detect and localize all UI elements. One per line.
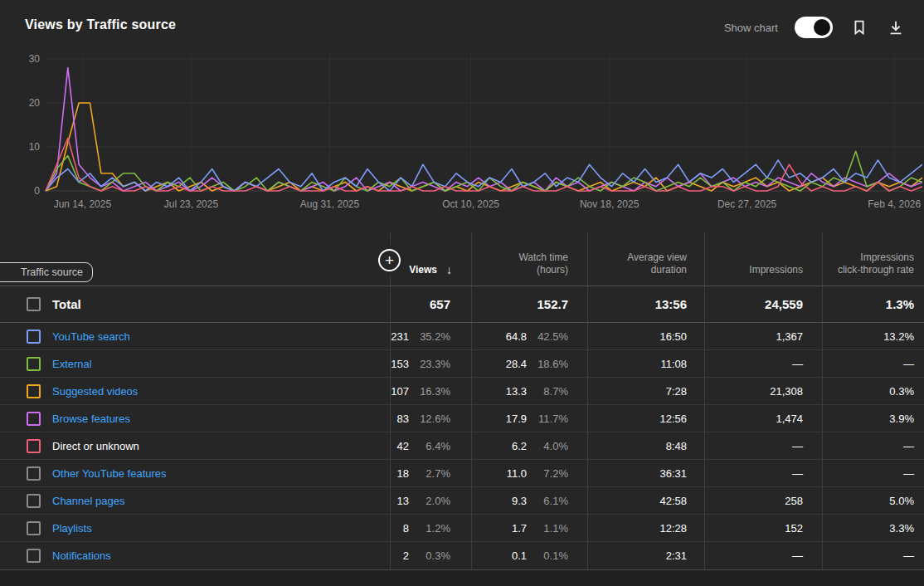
- row-checkbox[interactable]: [27, 549, 41, 563]
- traffic-source-link[interactable]: Channel pages: [52, 495, 124, 507]
- traffic-source-link[interactable]: Playlists: [52, 522, 92, 535]
- show-chart-label: Show chart: [724, 22, 778, 34]
- average-view-duration-value: 12:28: [588, 522, 687, 535]
- watch-time-percent: 6.1%: [527, 495, 568, 507]
- column-header-average-view-duration[interactable]: Average view duration: [587, 232, 704, 286]
- traffic-source-link[interactable]: Browse features: [52, 413, 130, 425]
- table-row[interactable]: Browse features 83 12.6% 17.9 11.7% 12:5…: [0, 405, 924, 432]
- table-row[interactable]: Playlists 8 1.2% 1.7 1.1% 12:28 152 3.3%: [0, 515, 924, 542]
- traffic-source-link[interactable]: Other YouTube features: [52, 467, 167, 480]
- impressions-value: 21,308: [705, 385, 803, 398]
- watch-time-percent: 8.7%: [527, 385, 568, 398]
- table-row[interactable]: Suggested videos 107 16.3% 13.3 8.7% 7:2…: [0, 378, 924, 405]
- column-header-views[interactable]: Views ↓: [390, 232, 471, 286]
- total-impressions: 24,559: [705, 297, 803, 311]
- impressions-value: 258: [705, 495, 803, 507]
- y-axis-label: 0: [15, 185, 40, 197]
- traffic-source-link[interactable]: External: [52, 358, 92, 370]
- total-checkbox[interactable]: [27, 297, 41, 311]
- views-value: 18: [391, 467, 409, 480]
- views-value: 83: [391, 413, 409, 425]
- views-percent: 1.2%: [409, 522, 450, 535]
- impressions-value: —: [705, 440, 803, 452]
- traffic-source-link[interactable]: Suggested videos: [52, 385, 138, 398]
- row-checkbox[interactable]: [27, 357, 41, 371]
- bookmark-icon[interactable]: [849, 17, 869, 37]
- average-view-duration-value: 7:28: [588, 385, 687, 398]
- row-checkbox[interactable]: [27, 412, 41, 426]
- watch-time-percent: 7.2%: [527, 467, 568, 480]
- row-checkbox[interactable]: [27, 521, 41, 535]
- table-row[interactable]: External 153 23.3% 28.4 18.6% 11:08 — —: [0, 350, 924, 378]
- row-checkbox[interactable]: [27, 439, 41, 453]
- row-checkbox[interactable]: [27, 330, 41, 344]
- ctr-value: 13.2%: [823, 330, 914, 343]
- ctr-value: 0.3%: [823, 385, 914, 398]
- row-checkbox[interactable]: [27, 466, 41, 481]
- table-row[interactable]: Direct or unknown 42 6.4% 6.2 4.0% 8:48 …: [0, 432, 924, 460]
- chart-controls: Show chart: [724, 17, 906, 38]
- impressions-value: —: [705, 549, 803, 562]
- traffic-source-chip[interactable]: Traffic source: [0, 262, 93, 282]
- views-percent: 2.0%: [409, 495, 450, 507]
- watch-time-percent: 1.1%: [527, 522, 568, 535]
- x-axis-label: Aug 31, 2025: [300, 198, 359, 210]
- watch-time-value: 6.2: [472, 440, 527, 452]
- column-header-impressions[interactable]: Impressions: [704, 232, 822, 286]
- x-axis-label: Dec 27, 2025: [717, 198, 776, 210]
- column-header-impressions-ctr[interactable]: Impressions click-through rate: [822, 232, 924, 286]
- add-metric-button[interactable]: +: [378, 249, 401, 271]
- table-row[interactable]: Other YouTube features 18 2.7% 11.0 7.2%…: [0, 460, 924, 487]
- average-view-duration-value: 12:56: [588, 413, 687, 425]
- impressions-value: 152: [705, 522, 803, 535]
- column-header-watch-time[interactable]: Watch time (hours): [471, 232, 587, 286]
- impressions-value: —: [705, 467, 803, 480]
- impressions-value: —: [705, 358, 803, 370]
- views-percent: 23.3%: [409, 358, 450, 370]
- download-icon[interactable]: [886, 17, 906, 37]
- average-view-duration-value: 2:31: [588, 549, 687, 562]
- x-axis-label: Jun 14, 2025: [54, 198, 111, 210]
- toggle-knob: [814, 19, 830, 36]
- views-percent: 16.3%: [409, 385, 450, 398]
- table-row[interactable]: YouTube search 231 35.2% 64.8 42.5% 16:5…: [0, 323, 924, 350]
- views-percent: 6.4%: [409, 440, 450, 452]
- total-ctr: 1.3%: [823, 297, 914, 311]
- show-chart-toggle[interactable]: [795, 17, 833, 38]
- watch-time-percent: 0.1%: [527, 549, 568, 562]
- watch-time-value: 0.1: [472, 549, 527, 562]
- traffic-source-link[interactable]: Notifications: [52, 549, 111, 562]
- traffic-source-link[interactable]: Direct or unknown: [52, 440, 139, 452]
- table-header-row: Traffic source Views ↓ Watch time (hours…: [0, 232, 924, 286]
- watch-time-value: 11.0: [472, 467, 527, 480]
- views-percent: 12.6%: [409, 413, 450, 425]
- ctr-value: 3.3%: [823, 522, 914, 535]
- card-bottom-strip: [0, 569, 924, 586]
- views-value: 2: [391, 549, 409, 562]
- row-checkbox[interactable]: [27, 384, 41, 398]
- watch-time-percent: 18.6%: [527, 358, 568, 370]
- row-checkbox[interactable]: [27, 494, 41, 508]
- traffic-source-link[interactable]: YouTube search: [52, 330, 130, 343]
- ctr-value: —: [823, 440, 914, 452]
- views-value: 107: [391, 385, 409, 398]
- table-row[interactable]: Channel pages 13 2.0% 9.3 6.1% 42:58 258…: [0, 487, 924, 515]
- views-value: 8: [391, 522, 409, 535]
- table-row[interactable]: Notifications 2 0.3% 0.1 0.1% 2:31 — —: [0, 542, 924, 569]
- total-row: Total 657 152.7 13:56 24,559 1.3%: [0, 286, 924, 323]
- ctr-value: —: [823, 358, 914, 370]
- x-axis-label: Oct 10, 2025: [442, 198, 499, 210]
- watch-time-value: 64.8: [472, 330, 527, 343]
- average-view-duration-value: 11:08: [588, 358, 687, 370]
- sort-descending-icon: ↓: [446, 264, 452, 276]
- average-view-duration-value: 8:48: [588, 440, 687, 452]
- y-axis-label: 20: [15, 97, 40, 109]
- total-views: 657: [391, 297, 450, 311]
- ctr-value: 3.9%: [823, 413, 914, 425]
- watch-time-value: 17.9: [472, 413, 527, 425]
- y-axis-label: 30: [15, 53, 40, 65]
- page-title: Views by Traffic source: [25, 17, 176, 32]
- average-view-duration-value: 42:58: [588, 495, 687, 507]
- total-watch-time: 152.7: [472, 297, 568, 311]
- x-axis-label: Feb 4, 2026: [868, 198, 921, 210]
